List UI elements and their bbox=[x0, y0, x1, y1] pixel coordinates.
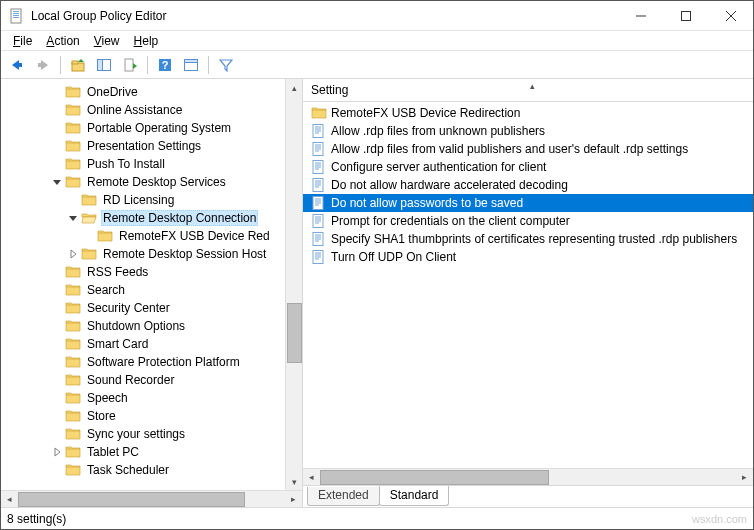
tree-item[interactable]: Software Protection Platform bbox=[1, 353, 285, 371]
folder-icon bbox=[65, 426, 81, 442]
tree-item[interactable]: RemoteFX USB Device Red bbox=[1, 227, 285, 245]
scroll-left-arrow-icon[interactable]: ◂ bbox=[303, 469, 320, 486]
settings-list[interactable]: RemoteFX USB Device RedirectionAllow .rd… bbox=[303, 102, 753, 468]
close-button[interactable] bbox=[708, 1, 753, 30]
tree-item[interactable]: Task Scheduler bbox=[1, 461, 285, 479]
folder-icon bbox=[65, 174, 81, 190]
main-split: OneDriveOnline AssistancePortable Operat… bbox=[1, 79, 753, 507]
tree-vertical-scrollbar[interactable]: ▴ ▾ bbox=[285, 79, 302, 490]
expand-icon[interactable] bbox=[49, 447, 65, 457]
list-horizontal-scrollbar[interactable]: ◂ ▸ bbox=[303, 468, 753, 485]
tree-item[interactable]: Presentation Settings bbox=[1, 137, 285, 155]
svg-rect-17 bbox=[98, 59, 103, 70]
folder-icon bbox=[81, 192, 97, 208]
title-bar: Local Group Policy Editor bbox=[1, 1, 753, 31]
list-item[interactable]: Allow .rdp files from unknown publishers bbox=[303, 122, 753, 140]
scroll-thumb[interactable] bbox=[287, 303, 302, 363]
svg-marker-28 bbox=[55, 448, 60, 456]
tree-view[interactable]: OneDriveOnline AssistancePortable Operat… bbox=[1, 79, 285, 479]
tree-item[interactable]: Sync your settings bbox=[1, 425, 285, 443]
tree-item[interactable]: Smart Card bbox=[1, 335, 285, 353]
menu-file-underline: F bbox=[13, 34, 20, 48]
tree-item[interactable]: Security Center bbox=[1, 299, 285, 317]
list-item[interactable]: Specify SHA1 thumbprints of certificates… bbox=[303, 230, 753, 248]
sort-ascending-icon: ▴ bbox=[530, 81, 535, 91]
toolbar-forward-button[interactable] bbox=[31, 54, 55, 76]
policy-setting-icon bbox=[311, 123, 327, 139]
scroll-down-arrow-icon[interactable]: ▾ bbox=[286, 473, 303, 490]
toolbar-properties-button[interactable] bbox=[179, 54, 203, 76]
list-item-label: Do not allow hardware accelerated decodi… bbox=[331, 178, 568, 192]
tree-item[interactable]: RD Licensing bbox=[1, 191, 285, 209]
svg-rect-1 bbox=[13, 11, 19, 12]
toolbar-export-button[interactable] bbox=[118, 54, 142, 76]
svg-rect-2 bbox=[13, 13, 19, 14]
folder-icon bbox=[65, 156, 81, 172]
tree-item[interactable]: Online Assistance bbox=[1, 101, 285, 119]
policy-setting-icon bbox=[311, 195, 327, 211]
tree-item-label: Software Protection Platform bbox=[85, 355, 242, 369]
tree-item[interactable]: Tablet PC bbox=[1, 443, 285, 461]
tree-item-label: Tablet PC bbox=[85, 445, 141, 459]
tree-horizontal-scrollbar[interactable]: ◂ ▸ bbox=[1, 490, 302, 507]
scroll-right-arrow-icon[interactable]: ▸ bbox=[736, 469, 753, 486]
menu-help[interactable]: Help bbox=[128, 33, 165, 49]
maximize-button[interactable] bbox=[663, 1, 708, 30]
tree-item[interactable]: Remote Desktop Services bbox=[1, 173, 285, 191]
svg-rect-4 bbox=[13, 17, 19, 18]
collapse-icon[interactable] bbox=[49, 177, 65, 187]
expand-icon[interactable] bbox=[65, 249, 81, 259]
tree-item[interactable]: OneDrive bbox=[1, 83, 285, 101]
policy-setting-icon bbox=[311, 231, 327, 247]
tree-item[interactable]: Remote Desktop Connection bbox=[1, 209, 285, 227]
list-item[interactable]: Prompt for credentials on the client com… bbox=[303, 212, 753, 230]
column-setting[interactable]: Setting ▴ bbox=[311, 83, 753, 97]
list-item[interactable]: Allow .rdp files from valid publishers a… bbox=[303, 140, 753, 158]
scroll-right-arrow-icon[interactable]: ▸ bbox=[285, 491, 302, 508]
tree-item[interactable]: Store bbox=[1, 407, 285, 425]
list-item[interactable]: Do not allow passwords to be saved bbox=[303, 194, 753, 212]
tree-item-label: Smart Card bbox=[85, 337, 150, 351]
collapse-icon[interactable] bbox=[65, 213, 81, 223]
toolbar: ? bbox=[1, 51, 753, 79]
scroll-thumb[interactable] bbox=[320, 470, 549, 485]
policy-setting-icon bbox=[311, 249, 327, 265]
policy-setting-icon bbox=[311, 177, 327, 193]
list-item[interactable]: RemoteFX USB Device Redirection bbox=[303, 104, 753, 122]
app-icon bbox=[9, 8, 25, 24]
list-item[interactable]: Do not allow hardware accelerated decodi… bbox=[303, 176, 753, 194]
tree-item[interactable]: Shutdown Options bbox=[1, 317, 285, 335]
menu-view[interactable]: View bbox=[88, 33, 126, 49]
menu-file[interactable]: File bbox=[7, 33, 38, 49]
toolbar-show-hide-tree-button[interactable] bbox=[92, 54, 116, 76]
tree-item-label: RSS Feeds bbox=[85, 265, 150, 279]
menu-action[interactable]: Action bbox=[40, 33, 85, 49]
toolbar-up-button[interactable] bbox=[66, 54, 90, 76]
tree-item[interactable]: Push To Install bbox=[1, 155, 285, 173]
tree-item[interactable]: RSS Feeds bbox=[1, 263, 285, 281]
tree-item[interactable]: Search bbox=[1, 281, 285, 299]
list-item[interactable]: Configure server authentication for clie… bbox=[303, 158, 753, 176]
toolbar-back-button[interactable] bbox=[5, 54, 29, 76]
tab-extended[interactable]: Extended bbox=[307, 487, 380, 506]
tree-item-label: Shutdown Options bbox=[85, 319, 187, 333]
list-item[interactable]: Turn Off UDP On Client bbox=[303, 248, 753, 266]
svg-marker-26 bbox=[69, 216, 77, 221]
scroll-thumb[interactable] bbox=[18, 492, 245, 507]
toolbar-help-button[interactable]: ? bbox=[153, 54, 177, 76]
tree-item[interactable]: Remote Desktop Session Host bbox=[1, 245, 285, 263]
watermark: wsxdn.com bbox=[692, 513, 747, 525]
minimize-button[interactable] bbox=[618, 1, 663, 30]
tree-item[interactable]: Sound Recorder bbox=[1, 371, 285, 389]
svg-rect-18 bbox=[125, 59, 133, 71]
folder-icon bbox=[65, 300, 81, 316]
folder-icon bbox=[65, 390, 81, 406]
tab-standard[interactable]: Standard bbox=[379, 486, 450, 506]
list-header[interactable]: Setting ▴ bbox=[303, 79, 753, 102]
scroll-up-arrow-icon[interactable]: ▴ bbox=[286, 79, 303, 96]
tree-item[interactable]: Portable Operating System bbox=[1, 119, 285, 137]
tree-item[interactable]: Speech bbox=[1, 389, 285, 407]
menu-bar: File Action View Help bbox=[1, 31, 753, 51]
toolbar-filter-button[interactable] bbox=[214, 54, 238, 76]
scroll-left-arrow-icon[interactable]: ◂ bbox=[1, 491, 18, 508]
